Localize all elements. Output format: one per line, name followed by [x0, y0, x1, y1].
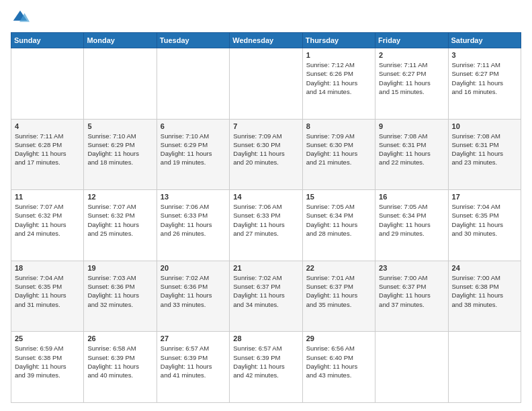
day-info: Sunrise: 7:11 AMSunset: 6:27 PMDaylight:…	[452, 60, 517, 96]
day-info: Sunrise: 7:00 AMSunset: 6:37 PMDaylight:…	[379, 273, 444, 309]
day-number: 2	[379, 51, 444, 59]
day-number: 11	[15, 193, 80, 201]
day-number: 23	[379, 264, 444, 272]
day-info: Sunrise: 7:11 AMSunset: 6:27 PMDaylight:…	[379, 60, 444, 96]
calendar-day-27: 27Sunrise: 6:57 AMSunset: 6:39 PMDayligh…	[157, 332, 229, 403]
calendar-day-14: 14Sunrise: 7:06 AMSunset: 6:33 PMDayligh…	[230, 190, 302, 261]
day-number: 15	[306, 193, 371, 201]
day-number: 3	[452, 51, 517, 59]
calendar-day-12: 12Sunrise: 7:07 AMSunset: 6:32 PMDayligh…	[84, 190, 157, 261]
day-info: Sunrise: 7:08 AMSunset: 6:31 PMDaylight:…	[379, 132, 444, 167]
day-info: Sunrise: 6:58 AMSunset: 6:39 PMDaylight:…	[87, 344, 152, 379]
calendar-day-25: 25Sunrise: 6:59 AMSunset: 6:38 PMDayligh…	[11, 332, 84, 403]
day-info: Sunrise: 7:11 AMSunset: 6:28 PMDaylight:…	[15, 132, 80, 167]
calendar-table: SundayMondayTuesdayWednesdayThursdayFrid…	[11, 32, 521, 403]
calendar-day-4: 4Sunrise: 7:11 AMSunset: 6:28 PMDaylight…	[11, 119, 84, 190]
day-number: 20	[161, 264, 226, 272]
calendar-day-24: 24Sunrise: 7:00 AMSunset: 6:38 PMDayligh…	[448, 261, 521, 332]
day-number: 9	[379, 122, 444, 130]
header	[11, 8, 521, 27]
calendar-empty	[448, 332, 521, 403]
day-number: 1	[306, 51, 371, 59]
day-info: Sunrise: 7:08 AMSunset: 6:31 PMDaylight:…	[452, 132, 517, 167]
col-header-friday: Friday	[375, 33, 448, 48]
col-header-sunday: Sunday	[11, 33, 84, 48]
day-number: 22	[306, 264, 371, 272]
day-number: 17	[452, 193, 517, 201]
calendar-day-28: 28Sunrise: 6:57 AMSunset: 6:39 PMDayligh…	[230, 332, 302, 403]
day-number: 26	[87, 334, 152, 342]
calendar-week-1: 1Sunrise: 7:12 AMSunset: 6:26 PMDaylight…	[11, 48, 521, 120]
day-number: 21	[233, 264, 298, 272]
day-info: Sunrise: 6:56 AMSunset: 6:40 PMDaylight:…	[306, 344, 371, 379]
calendar-day-10: 10Sunrise: 7:08 AMSunset: 6:31 PMDayligh…	[448, 119, 521, 190]
calendar-empty	[230, 48, 302, 120]
calendar-empty	[84, 48, 157, 120]
calendar-week-3: 11Sunrise: 7:07 AMSunset: 6:32 PMDayligh…	[11, 190, 521, 261]
day-info: Sunrise: 7:00 AMSunset: 6:38 PMDaylight:…	[452, 273, 517, 309]
day-info: Sunrise: 7:04 AMSunset: 6:35 PMDaylight:…	[15, 273, 80, 309]
day-info: Sunrise: 7:12 AMSunset: 6:26 PMDaylight:…	[306, 60, 371, 96]
day-number: 8	[306, 122, 371, 130]
col-header-saturday: Saturday	[448, 33, 521, 48]
day-info: Sunrise: 7:10 AMSunset: 6:29 PMDaylight:…	[87, 132, 152, 167]
calendar-day-17: 17Sunrise: 7:04 AMSunset: 6:35 PMDayligh…	[448, 190, 521, 261]
calendar-day-15: 15Sunrise: 7:05 AMSunset: 6:34 PMDayligh…	[302, 190, 375, 261]
day-number: 7	[233, 122, 298, 130]
calendar-day-7: 7Sunrise: 7:09 AMSunset: 6:30 PMDaylight…	[230, 119, 302, 190]
calendar-day-21: 21Sunrise: 7:02 AMSunset: 6:37 PMDayligh…	[230, 261, 302, 332]
calendar-day-18: 18Sunrise: 7:04 AMSunset: 6:35 PMDayligh…	[11, 261, 84, 332]
day-number: 29	[306, 334, 371, 342]
day-info: Sunrise: 6:57 AMSunset: 6:39 PMDaylight:…	[161, 344, 226, 379]
day-info: Sunrise: 7:04 AMSunset: 6:35 PMDaylight:…	[452, 202, 517, 238]
col-header-monday: Monday	[84, 33, 157, 48]
day-info: Sunrise: 7:09 AMSunset: 6:30 PMDaylight:…	[233, 132, 298, 167]
day-info: Sunrise: 7:05 AMSunset: 6:34 PMDaylight:…	[306, 202, 371, 238]
day-number: 18	[15, 264, 80, 272]
calendar-day-23: 23Sunrise: 7:00 AMSunset: 6:37 PMDayligh…	[375, 261, 448, 332]
calendar-week-2: 4Sunrise: 7:11 AMSunset: 6:28 PMDaylight…	[11, 119, 521, 190]
day-info: Sunrise: 7:06 AMSunset: 6:33 PMDaylight:…	[161, 202, 226, 238]
col-header-thursday: Thursday	[302, 33, 375, 48]
calendar-day-11: 11Sunrise: 7:07 AMSunset: 6:32 PMDayligh…	[11, 190, 84, 261]
day-info: Sunrise: 7:07 AMSunset: 6:32 PMDaylight:…	[15, 202, 80, 238]
calendar-day-19: 19Sunrise: 7:03 AMSunset: 6:36 PMDayligh…	[84, 261, 157, 332]
calendar-day-3: 3Sunrise: 7:11 AMSunset: 6:27 PMDaylight…	[448, 48, 521, 120]
calendar-day-9: 9Sunrise: 7:08 AMSunset: 6:31 PMDaylight…	[375, 119, 448, 190]
col-header-wednesday: Wednesday	[230, 33, 302, 48]
day-info: Sunrise: 7:02 AMSunset: 6:37 PMDaylight:…	[233, 273, 298, 309]
day-number: 13	[161, 193, 226, 201]
day-info: Sunrise: 7:06 AMSunset: 6:33 PMDaylight:…	[233, 202, 298, 238]
logo-icon	[11, 8, 30, 27]
day-info: Sunrise: 6:59 AMSunset: 6:38 PMDaylight:…	[15, 344, 80, 379]
day-info: Sunrise: 7:05 AMSunset: 6:34 PMDaylight:…	[379, 202, 444, 238]
calendar-empty	[157, 48, 229, 120]
day-number: 28	[233, 334, 298, 342]
calendar-day-20: 20Sunrise: 7:02 AMSunset: 6:36 PMDayligh…	[157, 261, 229, 332]
calendar-header-row: SundayMondayTuesdayWednesdayThursdayFrid…	[11, 33, 521, 48]
calendar-day-13: 13Sunrise: 7:06 AMSunset: 6:33 PMDayligh…	[157, 190, 229, 261]
calendar-day-8: 8Sunrise: 7:09 AMSunset: 6:30 PMDaylight…	[302, 119, 375, 190]
calendar-day-5: 5Sunrise: 7:10 AMSunset: 6:29 PMDaylight…	[84, 119, 157, 190]
calendar-day-2: 2Sunrise: 7:11 AMSunset: 6:27 PMDaylight…	[375, 48, 448, 120]
calendar-day-22: 22Sunrise: 7:01 AMSunset: 6:37 PMDayligh…	[302, 261, 375, 332]
col-header-tuesday: Tuesday	[157, 33, 229, 48]
calendar-day-16: 16Sunrise: 7:05 AMSunset: 6:34 PMDayligh…	[375, 190, 448, 261]
page: SundayMondayTuesdayWednesdayThursdayFrid…	[0, 0, 532, 411]
day-info: Sunrise: 7:07 AMSunset: 6:32 PMDaylight:…	[87, 202, 152, 238]
day-info: Sunrise: 7:10 AMSunset: 6:29 PMDaylight:…	[161, 132, 226, 167]
day-number: 25	[15, 334, 80, 342]
day-info: Sunrise: 7:09 AMSunset: 6:30 PMDaylight:…	[306, 132, 371, 167]
calendar-week-4: 18Sunrise: 7:04 AMSunset: 6:35 PMDayligh…	[11, 261, 521, 332]
day-info: Sunrise: 7:03 AMSunset: 6:36 PMDaylight:…	[87, 273, 152, 309]
day-info: Sunrise: 7:01 AMSunset: 6:37 PMDaylight:…	[306, 273, 371, 309]
day-number: 16	[379, 193, 444, 201]
day-number: 10	[452, 122, 517, 130]
day-info: Sunrise: 7:02 AMSunset: 6:36 PMDaylight:…	[161, 273, 226, 309]
calendar-day-1: 1Sunrise: 7:12 AMSunset: 6:26 PMDaylight…	[302, 48, 375, 120]
calendar-empty	[375, 332, 448, 403]
calendar-week-5: 25Sunrise: 6:59 AMSunset: 6:38 PMDayligh…	[11, 332, 521, 403]
day-number: 5	[87, 122, 152, 130]
logo	[11, 8, 32, 27]
day-number: 14	[233, 193, 298, 201]
